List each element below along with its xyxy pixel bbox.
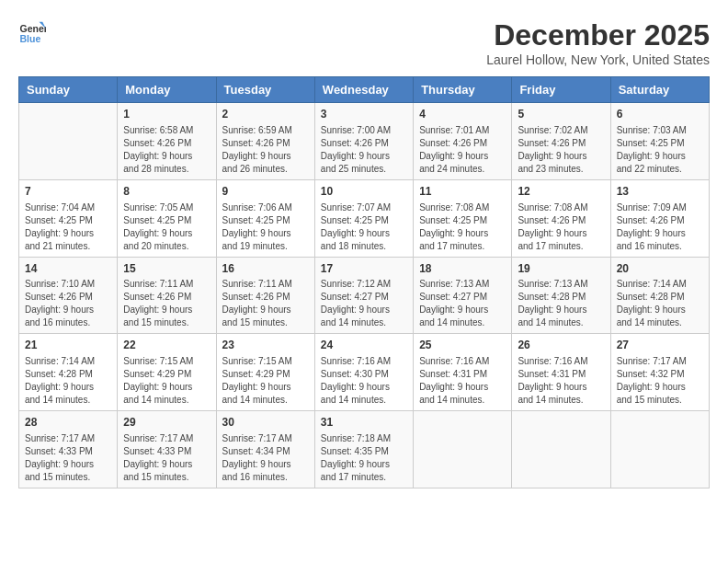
day-number: 30 [222, 415, 309, 431]
day-info: Sunrise: 7:13 AM Sunset: 4:28 PM Dayligh… [518, 278, 604, 329]
day-info: Sunrise: 7:16 AM Sunset: 4:31 PM Dayligh… [419, 355, 506, 407]
calendar-cell [512, 411, 610, 488]
day-info: Sunrise: 7:04 AM Sunset: 4:25 PM Dayligh… [25, 201, 111, 253]
day-number: 2 [222, 107, 309, 122]
day-info: Sunrise: 7:02 AM Sunset: 4:26 PM Dayligh… [518, 124, 604, 176]
calendar-cell: 31Sunrise: 7:18 AM Sunset: 4:35 PM Dayli… [314, 411, 413, 488]
calendar-cell: 27Sunrise: 7:17 AM Sunset: 4:32 PM Dayli… [610, 334, 709, 411]
calendar-cell: 22Sunrise: 7:15 AM Sunset: 4:29 PM Dayli… [118, 334, 216, 411]
day-number: 19 [518, 261, 604, 277]
day-info: Sunrise: 7:00 AM Sunset: 4:26 PM Dayligh… [321, 124, 407, 176]
day-info: Sunrise: 7:17 AM Sunset: 4:34 PM Dayligh… [222, 432, 309, 484]
calendar-cell: 28Sunrise: 7:17 AM Sunset: 4:33 PM Dayli… [19, 411, 118, 488]
calendar-header-row: SundayMondayTuesdayWednesdayThursdayFrid… [19, 77, 710, 103]
header-day-sunday: Sunday [19, 77, 118, 103]
calendar-cell: 5Sunrise: 7:02 AM Sunset: 4:26 PM Daylig… [512, 103, 610, 180]
day-number: 1 [123, 107, 210, 122]
calendar-cell: 17Sunrise: 7:12 AM Sunset: 4:27 PM Dayli… [314, 257, 413, 334]
day-info: Sunrise: 7:18 AM Sunset: 4:35 PM Dayligh… [321, 432, 407, 484]
calendar-cell: 4Sunrise: 7:01 AM Sunset: 4:26 PM Daylig… [414, 103, 512, 180]
calendar-cell: 14Sunrise: 7:10 AM Sunset: 4:26 PM Dayli… [19, 257, 118, 334]
calendar-cell: 21Sunrise: 7:14 AM Sunset: 4:28 PM Dayli… [19, 334, 118, 411]
day-number: 15 [123, 261, 210, 277]
title-section: December 2025 Laurel Hollow, New York, U… [486, 18, 710, 67]
calendar-cell: 16Sunrise: 7:11 AM Sunset: 4:26 PM Dayli… [216, 257, 314, 334]
day-number: 12 [518, 184, 604, 200]
day-number: 8 [123, 184, 210, 200]
day-number: 20 [617, 261, 703, 277]
header-day-wednesday: Wednesday [314, 77, 413, 103]
calendar-cell: 9Sunrise: 7:06 AM Sunset: 4:25 PM Daylig… [216, 179, 314, 257]
day-number: 23 [222, 338, 309, 353]
day-number: 27 [617, 338, 703, 353]
day-number: 31 [321, 415, 407, 431]
day-info: Sunrise: 7:15 AM Sunset: 4:29 PM Dayligh… [222, 355, 309, 407]
page-subtitle: Laurel Hollow, New York, United States [486, 52, 710, 67]
calendar-cell: 2Sunrise: 6:59 AM Sunset: 4:26 PM Daylig… [216, 103, 314, 180]
day-info: Sunrise: 7:16 AM Sunset: 4:31 PM Dayligh… [518, 355, 604, 407]
header-day-thursday: Thursday [414, 77, 512, 103]
day-info: Sunrise: 7:16 AM Sunset: 4:30 PM Dayligh… [321, 355, 407, 407]
calendar-cell: 29Sunrise: 7:17 AM Sunset: 4:33 PM Dayli… [118, 411, 216, 488]
calendar-cell: 26Sunrise: 7:16 AM Sunset: 4:31 PM Dayli… [512, 334, 610, 411]
day-info: Sunrise: 7:08 AM Sunset: 4:25 PM Dayligh… [419, 201, 506, 253]
calendar-week-1: 1Sunrise: 6:58 AM Sunset: 4:26 PM Daylig… [19, 103, 710, 180]
day-info: Sunrise: 7:17 AM Sunset: 4:33 PM Dayligh… [25, 432, 111, 484]
calendar-week-4: 21Sunrise: 7:14 AM Sunset: 4:28 PM Dayli… [19, 334, 710, 411]
day-number: 18 [419, 261, 506, 277]
header-day-tuesday: Tuesday [216, 77, 314, 103]
calendar-week-2: 7Sunrise: 7:04 AM Sunset: 4:25 PM Daylig… [19, 179, 710, 257]
day-info: Sunrise: 7:15 AM Sunset: 4:29 PM Dayligh… [123, 355, 210, 407]
day-info: Sunrise: 6:58 AM Sunset: 4:26 PM Dayligh… [123, 124, 210, 176]
day-number: 6 [617, 107, 703, 122]
day-number: 7 [25, 184, 111, 200]
calendar-cell: 6Sunrise: 7:03 AM Sunset: 4:25 PM Daylig… [610, 103, 709, 180]
day-number: 16 [222, 261, 309, 277]
header-day-saturday: Saturday [610, 77, 709, 103]
calendar-cell: 7Sunrise: 7:04 AM Sunset: 4:25 PM Daylig… [19, 179, 118, 257]
calendar-cell: 18Sunrise: 7:13 AM Sunset: 4:27 PM Dayli… [414, 257, 512, 334]
calendar-week-5: 28Sunrise: 7:17 AM Sunset: 4:33 PM Dayli… [19, 411, 710, 488]
calendar-table: SundayMondayTuesdayWednesdayThursdayFrid… [18, 76, 710, 488]
day-info: Sunrise: 7:05 AM Sunset: 4:25 PM Dayligh… [123, 201, 210, 253]
calendar-cell: 30Sunrise: 7:17 AM Sunset: 4:34 PM Dayli… [216, 411, 314, 488]
day-number: 22 [123, 338, 210, 353]
day-number: 3 [321, 107, 407, 122]
day-number: 5 [518, 107, 604, 122]
calendar-cell [414, 411, 512, 488]
day-number: 14 [25, 261, 111, 277]
day-info: Sunrise: 7:01 AM Sunset: 4:26 PM Dayligh… [419, 124, 506, 176]
calendar-week-3: 14Sunrise: 7:10 AM Sunset: 4:26 PM Dayli… [19, 257, 710, 334]
day-info: Sunrise: 7:10 AM Sunset: 4:26 PM Dayligh… [25, 278, 111, 329]
calendar-cell: 12Sunrise: 7:08 AM Sunset: 4:26 PM Dayli… [512, 179, 610, 257]
calendar-cell [19, 103, 118, 180]
calendar-cell: 3Sunrise: 7:00 AM Sunset: 4:26 PM Daylig… [314, 103, 413, 180]
calendar-cell: 11Sunrise: 7:08 AM Sunset: 4:25 PM Dayli… [414, 179, 512, 257]
day-info: Sunrise: 7:11 AM Sunset: 4:26 PM Dayligh… [123, 278, 210, 329]
calendar-cell: 23Sunrise: 7:15 AM Sunset: 4:29 PM Dayli… [216, 334, 314, 411]
day-number: 9 [222, 184, 309, 200]
logo: General Blue [18, 18, 46, 46]
day-number: 10 [321, 184, 407, 200]
day-number: 28 [25, 415, 111, 431]
calendar-cell: 8Sunrise: 7:05 AM Sunset: 4:25 PM Daylig… [118, 179, 216, 257]
day-number: 13 [617, 184, 703, 200]
day-number: 29 [123, 415, 210, 431]
header-day-monday: Monday [118, 77, 216, 103]
day-number: 17 [321, 261, 407, 277]
day-info: Sunrise: 7:07 AM Sunset: 4:25 PM Dayligh… [321, 201, 407, 253]
svg-text:Blue: Blue [20, 33, 41, 44]
calendar-cell [610, 411, 709, 488]
calendar-cell: 24Sunrise: 7:16 AM Sunset: 4:30 PM Dayli… [314, 334, 413, 411]
day-info: Sunrise: 7:08 AM Sunset: 4:26 PM Dayligh… [518, 201, 604, 253]
calendar-cell: 19Sunrise: 7:13 AM Sunset: 4:28 PM Dayli… [512, 257, 610, 334]
day-info: Sunrise: 7:11 AM Sunset: 4:26 PM Dayligh… [222, 278, 309, 329]
day-info: Sunrise: 7:14 AM Sunset: 4:28 PM Dayligh… [25, 355, 111, 407]
day-info: Sunrise: 7:12 AM Sunset: 4:27 PM Dayligh… [321, 278, 407, 329]
header-day-friday: Friday [512, 77, 610, 103]
day-number: 26 [518, 338, 604, 353]
day-number: 25 [419, 338, 506, 353]
day-number: 21 [25, 338, 111, 353]
page-header: General Blue December 2025 Laurel Hollow… [18, 18, 710, 67]
calendar-cell: 25Sunrise: 7:16 AM Sunset: 4:31 PM Dayli… [414, 334, 512, 411]
